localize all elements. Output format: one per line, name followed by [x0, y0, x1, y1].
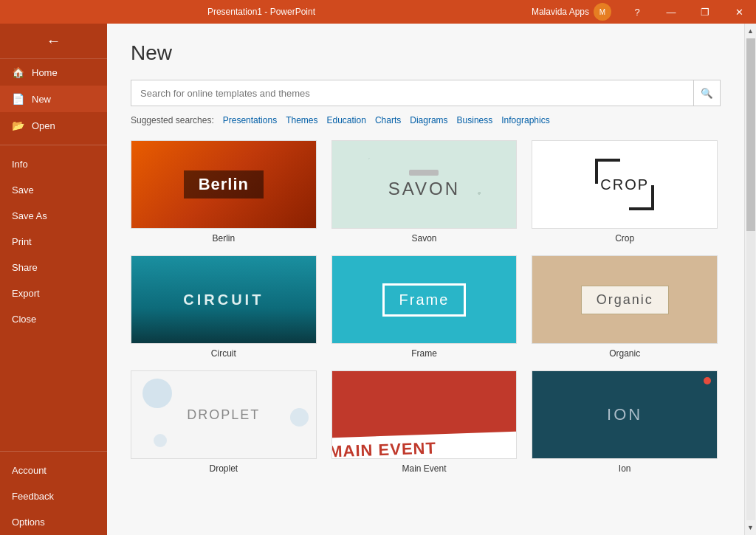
sidebar-item-print[interactable]: Print [0, 229, 107, 255]
save-as-label: Save As [12, 210, 47, 221]
sidebar-item-options[interactable]: Options [0, 509, 107, 535]
crop-text: CROP [600, 176, 649, 193]
sidebar-item-save[interactable]: Save [0, 177, 107, 203]
share-label: Share [12, 262, 38, 273]
export-label: Export [12, 288, 40, 299]
options-label: Options [12, 517, 45, 528]
suggested-presentations[interactable]: Presentations [223, 115, 277, 125]
sidebar-footer: Account Feedback Options [0, 445, 107, 535]
template-name-frame: Frame [411, 348, 437, 359]
new-icon: 📄 [12, 93, 24, 105]
scrollbar[interactable]: ▲ ▼ [744, 24, 756, 535]
sidebar-item-account[interactable]: Account [0, 458, 107, 483]
organic-card: Organic [581, 286, 669, 314]
template-main-event[interactable]: MAIN EVENT Main Event [331, 370, 518, 474]
droplet-circle-3 [154, 434, 167, 447]
help-button[interactable]: ? [620, 0, 654, 24]
sidebar-item-info[interactable]: Info [0, 151, 107, 177]
template-thumb-main-event: MAIN EVENT [331, 370, 518, 459]
suggested-business[interactable]: Business [457, 115, 493, 125]
template-organic[interactable]: Organic Organic [532, 255, 718, 359]
template-name-ion: Ion [619, 463, 631, 474]
template-name-droplet: Droplet [209, 463, 238, 474]
minimize-button[interactable]: — [654, 0, 688, 24]
sidebar-item-save-as[interactable]: Save As [0, 203, 107, 229]
suggested-diagrams[interactable]: Diagrams [410, 115, 447, 125]
savon-top-bar [409, 170, 439, 176]
restore-button[interactable]: ❐ [688, 0, 722, 24]
scroll-down-button[interactable]: ▼ [745, 522, 757, 534]
template-ion[interactable]: ION Ion [532, 370, 718, 474]
template-name-berlin: Berlin [212, 233, 235, 244]
template-thumb-droplet: DROPLET [131, 370, 317, 459]
sidebar-home-label: Home [32, 67, 58, 78]
main-event-text: MAIN EVENT [331, 431, 518, 459]
template-name-organic: Organic [609, 348, 640, 359]
main-wrapper: ← 🏠 Home 📄 New 📂 Open Info Save Save As … [0, 24, 756, 535]
sidebar-item-close[interactable]: Close [0, 306, 107, 332]
close-label: Close [12, 314, 36, 325]
template-berlin[interactable]: Berlin Berlin [131, 140, 317, 244]
template-thumb-organic: Organic [532, 255, 718, 344]
suggested-infographics[interactable]: Infographics [501, 115, 549, 125]
circuit-text: CIRCUIT [183, 291, 264, 308]
droplet-circle-1 [142, 379, 172, 408]
template-name-circuit: Circuit [211, 348, 236, 359]
suggested-label: Suggested searches: [131, 115, 214, 125]
template-thumb-frame: Frame [331, 255, 518, 344]
scrollbar-track[interactable] [746, 38, 755, 520]
template-name-savon: Savon [411, 233, 436, 244]
back-button[interactable]: ← [0, 24, 107, 59]
template-thumb-berlin: Berlin [131, 140, 317, 229]
sidebar-item-export[interactable]: Export [0, 280, 107, 306]
home-icon: 🏠 [12, 66, 24, 78]
user-name: Malavida Apps [532, 7, 589, 17]
scrollbar-thumb[interactable] [746, 38, 755, 231]
sidebar-open-label: Open [32, 120, 55, 131]
frame-box: Frame [382, 283, 467, 317]
feedback-label: Feedback [12, 491, 54, 502]
sidebar-new-label: New [32, 94, 51, 105]
save-label: Save [12, 184, 34, 196]
sidebar-item-new[interactable]: 📄 New [0, 86, 107, 112]
sidebar-item-feedback[interactable]: Feedback [0, 483, 107, 509]
template-name-crop: Crop [615, 233, 634, 244]
frame-text: Frame [399, 291, 450, 308]
template-thumb-savon: SAVON [331, 140, 518, 229]
template-savon[interactable]: SAVON Savon [331, 140, 518, 244]
search-button[interactable]: 🔍 [694, 80, 721, 106]
organic-text: Organic [597, 292, 653, 308]
info-label: Info [12, 159, 28, 170]
suggested-themes[interactable]: Themes [286, 115, 317, 125]
sidebar: ← 🏠 Home 📄 New 📂 Open Info Save Save As … [0, 24, 107, 535]
search-bar-row: 🔍 [131, 80, 721, 106]
content-area: New 🔍 Suggested searches: Presentations … [107, 24, 744, 535]
template-thumb-ion: ION [532, 370, 718, 459]
sidebar-item-home[interactable]: 🏠 Home [0, 59, 107, 86]
ion-dot [704, 377, 711, 384]
search-input[interactable] [131, 80, 694, 106]
template-name-main-event: Main Event [402, 463, 446, 474]
template-circuit[interactable]: CIRCUIT Circuit [131, 255, 317, 359]
open-icon: 📂 [12, 120, 24, 131]
templates-grid: Berlin Berlin SAVON Savon CR [131, 140, 718, 489]
window-title: Presentation1 - PowerPoint [207, 7, 315, 17]
template-droplet[interactable]: DROPLET Droplet [131, 370, 317, 474]
sidebar-item-share[interactable]: Share [0, 255, 107, 280]
suggested-education[interactable]: Education [327, 115, 366, 125]
user-avatar: M [594, 3, 611, 21]
account-label: Account [12, 465, 47, 476]
close-button[interactable]: ✕ [722, 0, 756, 24]
template-crop[interactable]: CROP Crop [532, 140, 718, 244]
savon-text: SAVON [388, 179, 460, 199]
sidebar-item-open[interactable]: 📂 Open [0, 112, 107, 139]
suggested-searches: Suggested searches: Presentations Themes… [131, 115, 721, 125]
scroll-up-button[interactable]: ▲ [745, 25, 757, 37]
template-thumb-circuit: CIRCUIT [131, 255, 317, 344]
berlin-text: Berlin [184, 170, 264, 199]
title-bar: Presentation1 - PowerPoint Malavida Apps… [0, 0, 756, 24]
suggested-charts[interactable]: Charts [375, 115, 401, 125]
user-info: Malavida Apps M [523, 3, 620, 21]
templates-wrapper: Berlin Berlin SAVON Savon CR [131, 140, 721, 535]
template-frame[interactable]: Frame Frame [331, 255, 518, 359]
